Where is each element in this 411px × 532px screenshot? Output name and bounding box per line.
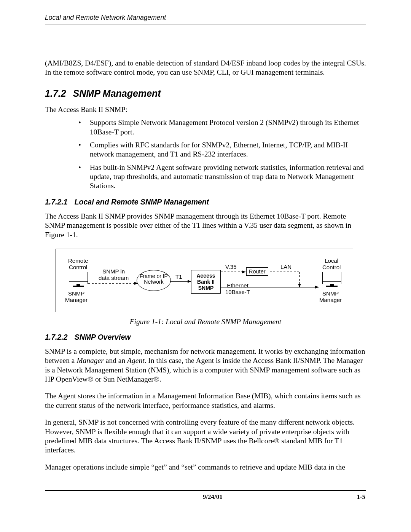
section-lead: The Access Bank II SNMP: [45, 105, 366, 114]
overview-p1: SNMP is a complete, but simple, mechanis… [45, 347, 366, 384]
figure-label-local-control: Local Control [322, 257, 341, 271]
cloud-icon: Frame or IP Network [137, 270, 171, 291]
monitor-icon [322, 272, 341, 287]
heading-1-7-2-1: 1.7.2.1Local and Remote SNMP Management [45, 198, 366, 206]
list-item: Has built-in SNMPv2 Agent software provi… [78, 163, 366, 191]
footer-page-number: 1-5 [357, 493, 365, 501]
overview-p4: Manager operations include simple “get” … [45, 463, 366, 472]
router-box: Router [246, 267, 268, 276]
figure-label-remote-control: Remote Control [68, 257, 88, 271]
footer-date: 9/24/01 [68, 493, 357, 501]
figure-label-t1: T1 [175, 273, 182, 280]
emphasis: Manager [76, 356, 104, 364]
heading-number: 1.7.2 [45, 88, 73, 99]
figure-label-snmp-manager-right: SNMP Manager [319, 290, 342, 304]
heading-1-7-2: 1.7.2SNMP Management [45, 88, 366, 99]
monitor-icon [69, 272, 88, 287]
heading-text: SNMP Management [73, 88, 161, 99]
text-run: and an [104, 356, 127, 364]
figure-label-snmp-in: SNMP in data stream [99, 268, 129, 281]
section-paragraph: The Access Bank II SNMP provides SNMP ma… [45, 212, 366, 240]
header-rule [45, 24, 366, 24]
list-item: Supports Simple Network Management Proto… [78, 118, 366, 137]
figure-label-ethernet: Ethernet 10Base-T [225, 282, 250, 296]
figure-label-lan: LAN [280, 264, 292, 270]
emphasis: Agent [127, 356, 144, 364]
heading-number: 1.7.2.2 [45, 333, 75, 342]
figure-caption: Figure 1-1: Local and Remote SNMP Manage… [45, 318, 366, 326]
heading-text: SNMP Overview [75, 333, 131, 341]
page-footer: 9/24/01 1-5 [45, 491, 366, 512]
overview-p3: In general, SNMP is not concerned with c… [45, 418, 366, 455]
intro-paragraph: (AMI/B8ZS, D4/ESF), and to enable detect… [45, 59, 366, 77]
heading-1-7-2-2: 1.7.2.2SNMP Overview [45, 333, 366, 342]
list-item: Complies with RFC standards for for SNMP… [78, 141, 366, 159]
figure-label-v35: V.35 [225, 264, 236, 270]
device-box: Access Bank II SNMP [191, 270, 221, 294]
heading-number: 1.7.2.1 [45, 198, 75, 206]
running-header: Local and Remote Network Management [45, 14, 366, 22]
bullet-list: Supports Simple Network Management Proto… [45, 118, 366, 191]
overview-p2: The Agent stores the information in a Ma… [45, 391, 366, 410]
figure-label-snmp-manager-left: SNMP Manager [65, 290, 88, 304]
figure-1-1: Remote Control SNMP Manager SNMP in data… [56, 249, 353, 312]
heading-text: Local and Remote SNMP Management [75, 198, 209, 206]
